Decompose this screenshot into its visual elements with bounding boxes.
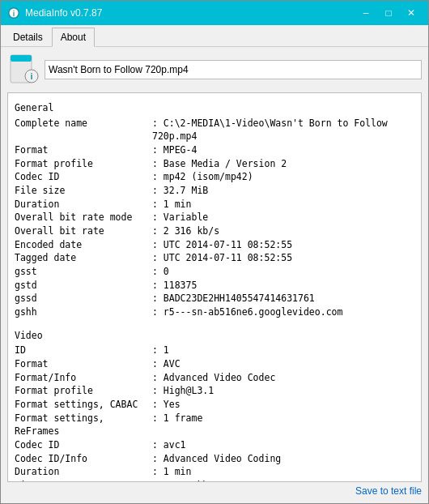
table-row: gssd : BADC23DE2HH1405547414631761 — [15, 292, 414, 305]
label-format-info: Format/Info — [15, 371, 152, 385]
section-video-header: Video — [15, 329, 414, 343]
label-bit-rate: Bit rate — [15, 479, 152, 482]
value-format-info: : Advanced Video Codec — [152, 371, 414, 385]
value-gshh: : r5---sn-ab516ne6.googlevideo.com — [152, 305, 414, 319]
label-complete-name: Complete name — [15, 117, 152, 143]
minimize-button[interactable]: – — [355, 5, 376, 21]
svg-text:i: i — [13, 10, 15, 18]
svg-rect-4 — [11, 55, 32, 62]
file-input-row: i — [7, 53, 422, 86]
label-codec-id: Codec ID — [15, 170, 152, 184]
table-row: Bit rate : 2 121 kb/s — [15, 479, 414, 482]
menu-bar: Details About — [1, 25, 428, 47]
table-row: Format settings, ReFrames : 1 frame — [15, 412, 414, 438]
value-overall-bit-rate: : 2 316 kb/s — [152, 224, 414, 238]
value-complete-name: : C:\2-MEDIA\1-Video\Wasn't Born to Foll… — [152, 117, 414, 143]
value-overall-bit-rate-mode: : Variable — [152, 211, 414, 224]
title-bar: i MediaInfo v0.7.87 – □ ✕ — [1, 1, 428, 25]
label-duration: Duration — [15, 198, 152, 211]
value-bit-rate: : 2 121 kb/s — [152, 479, 414, 482]
label-gsst: gsst — [15, 265, 152, 279]
tab-about[interactable]: About — [52, 28, 95, 47]
table-row: Tagged date : UTC 2014-07-11 08:52:55 — [15, 251, 414, 265]
label-video-codec-id: Codec ID — [15, 438, 152, 452]
value-video-format: : AVC — [152, 357, 414, 371]
value-format-settings-cabac: : Yes — [152, 398, 414, 412]
window-controls: – □ ✕ — [355, 5, 422, 21]
table-row: Overall bit rate mode : Variable — [15, 211, 414, 224]
tab-details[interactable]: Details — [4, 28, 52, 46]
table-row: gsst : 0 — [15, 265, 414, 279]
table-row: Complete name : C:\2-MEDIA\1-Video\Wasn'… — [15, 117, 414, 143]
value-duration: : 1 min — [152, 198, 414, 211]
label-file-size: File size — [15, 184, 152, 198]
table-row: Format/Info : Advanced Video Codec — [15, 371, 414, 385]
table-row: gshh : r5---sn-ab516ne6.googlevideo.com — [15, 305, 414, 319]
table-row: Format settings, CABAC : Yes — [15, 398, 414, 412]
content-area: i General Complete name : C:\2-MEDIA\1-V… — [1, 47, 428, 503]
label-format-settings-reframes: Format settings, ReFrames — [15, 412, 152, 438]
table-row: Codec ID/Info : Advanced Video Coding — [15, 452, 414, 466]
value-tagged-date: : UTC 2014-07-11 08:52:55 — [152, 251, 414, 265]
close-button[interactable]: ✕ — [401, 5, 422, 21]
value-codec-id-info: : Advanced Video Coding — [152, 452, 414, 466]
value-video-duration: : 1 min — [152, 465, 414, 479]
info-panel[interactable]: General Complete name : C:\2-MEDIA\1-Vid… — [7, 92, 422, 482]
table-row: Format profile : Base Media / Version 2 — [15, 157, 414, 171]
table-row: ID : 1 — [15, 344, 414, 357]
table-row: Overall bit rate : 2 316 kb/s — [15, 224, 414, 238]
table-row: Duration : 1 min — [15, 465, 414, 479]
label-video-id: ID — [15, 344, 152, 357]
label-format-profile: Format profile — [15, 157, 152, 171]
label-gshh: gshh — [15, 305, 152, 319]
value-gstd: : 118375 — [152, 279, 414, 293]
value-video-format-profile: : High@L3.1 — [152, 384, 414, 398]
table-row: Format : AVC — [15, 357, 414, 371]
window-title: MediaInfo v0.7.87 — [25, 7, 355, 19]
value-format: : MPEG-4 — [152, 143, 414, 157]
label-video-duration: Duration — [15, 465, 152, 479]
label-overall-bit-rate: Overall bit rate — [15, 224, 152, 238]
main-window: i MediaInfo v0.7.87 – □ ✕ Details About … — [0, 0, 429, 504]
maximize-button[interactable]: □ — [378, 5, 399, 21]
table-row: Codec ID : mp42 (isom/mp42) — [15, 170, 414, 184]
table-row: Encoded date : UTC 2014-07-11 08:52:55 — [15, 238, 414, 252]
label-format-settings-cabac: Format settings, CABAC — [15, 398, 152, 412]
label-codec-id-info: Codec ID/Info — [15, 452, 152, 466]
file-icon: i — [7, 53, 40, 86]
label-gssd: gssd — [15, 292, 152, 305]
table-row: Codec ID : avc1 — [15, 438, 414, 452]
table-row: Duration : 1 min — [15, 198, 414, 211]
value-gsst: : 0 — [152, 265, 414, 279]
file-path-input[interactable] — [45, 60, 422, 79]
svg-text:i: i — [30, 71, 32, 81]
value-format-profile: : Base Media / Version 2 — [152, 157, 414, 171]
label-format: Format — [15, 143, 152, 157]
value-video-codec-id: : avc1 — [152, 438, 414, 452]
label-video-format: Format — [15, 357, 152, 371]
label-overall-bit-rate-mode: Overall bit rate mode — [15, 211, 152, 224]
label-tagged-date: Tagged date — [15, 251, 152, 265]
value-encoded-date: : UTC 2014-07-11 08:52:55 — [152, 238, 414, 252]
value-codec-id: : mp42 (isom/mp42) — [152, 170, 414, 184]
table-row: Format profile : High@L3.1 — [15, 384, 414, 398]
save-to-text-link[interactable]: Save to text file — [7, 482, 422, 497]
value-file-size: : 32.7 MiB — [152, 184, 414, 198]
section-general-header: General — [15, 101, 414, 115]
label-video-format-profile: Format profile — [15, 384, 152, 398]
value-gssd: : BADC23DE2HH1405547414631761 — [152, 292, 414, 305]
label-gstd: gstd — [15, 279, 152, 293]
table-row: gstd : 118375 — [15, 279, 414, 293]
value-format-settings-reframes: : 1 frame — [152, 412, 414, 438]
table-row: Format : MPEG-4 — [15, 143, 414, 157]
value-video-id: : 1 — [152, 344, 414, 357]
table-row: File size : 32.7 MiB — [15, 184, 414, 198]
label-encoded-date: Encoded date — [15, 238, 152, 252]
app-icon: i — [7, 6, 20, 19]
